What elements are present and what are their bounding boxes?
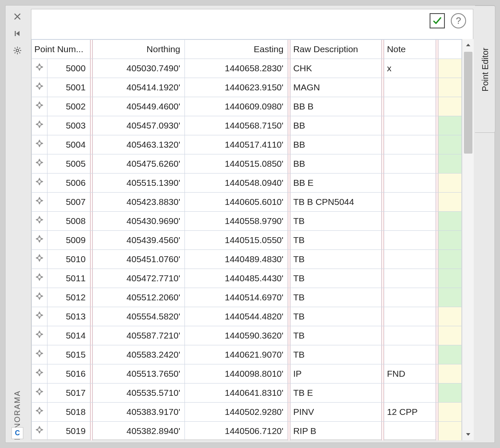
cell-note[interactable] bbox=[384, 269, 436, 288]
cell-note[interactable] bbox=[384, 174, 436, 193]
cell-note[interactable] bbox=[384, 345, 436, 364]
cell-raw-description[interactable]: IP bbox=[291, 364, 382, 384]
table-row[interactable]: 5004405463.1320'1440517.4110'BB bbox=[32, 135, 462, 154]
cell-raw-description[interactable]: PINV bbox=[291, 403, 382, 422]
cell-easting[interactable]: 1440605.6010' bbox=[184, 193, 288, 212]
cell-easting[interactable]: 1440514.6970' bbox=[184, 288, 288, 307]
cell-point-number[interactable]: 5000 bbox=[47, 59, 90, 78]
cell-note[interactable] bbox=[384, 307, 436, 326]
cell-note[interactable] bbox=[384, 193, 436, 212]
cell-easting[interactable]: 1440623.9150' bbox=[184, 78, 288, 97]
cell-northing[interactable]: 405423.8830' bbox=[92, 193, 184, 212]
gear-icon[interactable] bbox=[11, 45, 23, 56]
cell-raw-description[interactable]: TB bbox=[291, 212, 382, 231]
cell-note[interactable] bbox=[384, 231, 436, 250]
table-row[interactable]: 5000405030.7490'1440658.2830'CHKx bbox=[32, 59, 462, 78]
col-raw-description[interactable]: Raw Description bbox=[291, 40, 382, 59]
col-note[interactable]: Note bbox=[384, 40, 436, 59]
table-row[interactable]: 5010405451.0760'1440489.4830'TB bbox=[32, 250, 462, 269]
cell-note[interactable] bbox=[384, 384, 436, 403]
cell-northing[interactable]: 405414.1920' bbox=[92, 78, 184, 97]
cell-easting[interactable]: 1440621.9070' bbox=[184, 345, 288, 364]
scroll-down-icon[interactable] bbox=[462, 428, 474, 440]
cell-northing[interactable]: 405457.0930' bbox=[92, 116, 184, 135]
table-row[interactable]: 5002405449.4600'1440609.0980'BB B bbox=[32, 97, 462, 116]
cell-northing[interactable]: 405451.0760' bbox=[92, 250, 184, 269]
cell-northing[interactable]: 405583.2420' bbox=[92, 345, 184, 364]
cell-point-number[interactable]: 5013 bbox=[47, 307, 90, 326]
cell-note[interactable]: 12 CPP bbox=[384, 403, 436, 422]
cell-easting[interactable]: 1440485.4430' bbox=[184, 269, 288, 288]
cell-easting[interactable]: 1440515.0550' bbox=[184, 231, 288, 250]
table-row[interactable]: 5003405457.0930'1440568.7150'BB bbox=[32, 116, 462, 135]
cell-northing[interactable]: 405430.9690' bbox=[92, 212, 184, 231]
help-button[interactable]: ? bbox=[451, 13, 466, 28]
table-row[interactable]: 5013405554.5820'1440544.4820'TB bbox=[32, 307, 462, 326]
cell-point-number[interactable]: 5012 bbox=[47, 288, 90, 307]
table-row[interactable]: 5015405583.2420'1440621.9070'TB bbox=[32, 345, 462, 364]
cell-northing[interactable]: 405463.1320' bbox=[92, 135, 184, 154]
cell-northing[interactable]: 405535.5710' bbox=[92, 384, 184, 403]
cell-point-number[interactable]: 5016 bbox=[47, 364, 90, 384]
cell-note[interactable] bbox=[384, 326, 436, 345]
cell-raw-description[interactable]: TB E bbox=[291, 384, 382, 403]
cell-raw-description[interactable]: TB B CPN5044 bbox=[291, 193, 382, 212]
cell-northing[interactable]: 405513.7650' bbox=[92, 364, 184, 384]
cell-northing[interactable]: 405554.5820' bbox=[92, 307, 184, 326]
cell-note[interactable] bbox=[384, 116, 436, 135]
table-row[interactable]: 5005405475.6260'1440515.0850'BB bbox=[32, 154, 462, 174]
cell-point-number[interactable]: 5011 bbox=[47, 269, 90, 288]
cell-raw-description[interactable]: TB bbox=[291, 231, 382, 250]
skip-start-icon[interactable] bbox=[11, 28, 23, 39]
cell-note[interactable] bbox=[384, 250, 436, 269]
cell-northing[interactable]: 405383.9170' bbox=[92, 403, 184, 422]
cell-raw-description[interactable]: BB bbox=[291, 154, 382, 174]
col-easting[interactable]: Easting bbox=[184, 40, 288, 59]
table-row[interactable]: 5011405472.7710'1440485.4430'TB bbox=[32, 269, 462, 288]
cell-easting[interactable]: 1440544.4820' bbox=[184, 307, 288, 326]
cell-note[interactable]: FND bbox=[384, 364, 436, 384]
cell-note[interactable] bbox=[384, 288, 436, 307]
cell-raw-description[interactable]: BB B bbox=[291, 97, 382, 116]
table-row[interactable]: 5019405382.8940'1440506.7120'RIP B bbox=[32, 422, 462, 441]
cell-northing[interactable]: 405439.4560' bbox=[92, 231, 184, 250]
table-row[interactable]: 5007405423.8830'1440605.6010'TB B CPN504… bbox=[32, 193, 462, 212]
cell-point-number[interactable]: 5008 bbox=[47, 212, 90, 231]
cell-point-number[interactable]: 5005 bbox=[47, 154, 90, 174]
cell-northing[interactable]: 405475.6260' bbox=[92, 154, 184, 174]
cell-raw-description[interactable]: BB E bbox=[291, 174, 382, 193]
cell-point-number[interactable]: 5010 bbox=[47, 250, 90, 269]
cell-easting[interactable]: 1440658.2830' bbox=[184, 59, 288, 78]
cell-point-number[interactable]: 5003 bbox=[47, 116, 90, 135]
cell-easting[interactable]: 1440558.9790' bbox=[184, 212, 288, 231]
cell-point-number[interactable]: 5017 bbox=[47, 384, 90, 403]
cell-raw-description[interactable]: TB bbox=[291, 345, 382, 364]
cell-note[interactable] bbox=[384, 212, 436, 231]
col-point-number[interactable]: Point Num... bbox=[32, 40, 90, 59]
table-row[interactable]: 5014405587.7210'1440590.3620'TB bbox=[32, 326, 462, 345]
cell-note[interactable] bbox=[384, 78, 436, 97]
cell-easting[interactable]: 1440609.0980' bbox=[184, 97, 288, 116]
cell-northing[interactable]: 405449.4600' bbox=[92, 97, 184, 116]
cell-note[interactable] bbox=[384, 97, 436, 116]
accept-button[interactable] bbox=[430, 13, 445, 28]
cell-easting[interactable]: 1440590.3620' bbox=[184, 326, 288, 345]
cell-easting[interactable]: 1440515.0850' bbox=[184, 154, 288, 174]
cell-note[interactable]: x bbox=[384, 59, 436, 78]
points-grid[interactable]: Point Num... Northing Easting Raw Descri… bbox=[31, 39, 462, 440]
cell-point-number[interactable]: 5009 bbox=[47, 231, 90, 250]
table-row[interactable]: 5017405535.5710'1440641.8310'TB E bbox=[32, 384, 462, 403]
cell-easting[interactable]: 1440506.7120' bbox=[184, 422, 288, 441]
scrollbar-thumb[interactable] bbox=[464, 52, 472, 154]
table-row[interactable]: 5012405512.2060'1440514.6970'TB bbox=[32, 288, 462, 307]
point-editor-tab[interactable]: Point Editor bbox=[475, 6, 495, 133]
cell-raw-description[interactable]: CHK bbox=[291, 59, 382, 78]
cell-raw-description[interactable]: BB bbox=[291, 135, 382, 154]
cell-northing[interactable]: 405515.1390' bbox=[92, 174, 184, 193]
cell-easting[interactable]: 1440489.4830' bbox=[184, 250, 288, 269]
table-row[interactable]: 5001405414.1920'1440623.9150'MAGN bbox=[32, 78, 462, 97]
cell-point-number[interactable]: 5015 bbox=[47, 345, 90, 364]
cell-point-number[interactable]: 5001 bbox=[47, 78, 90, 97]
cell-point-number[interactable]: 5002 bbox=[47, 97, 90, 116]
cell-northing[interactable]: 405587.7210' bbox=[92, 326, 184, 345]
